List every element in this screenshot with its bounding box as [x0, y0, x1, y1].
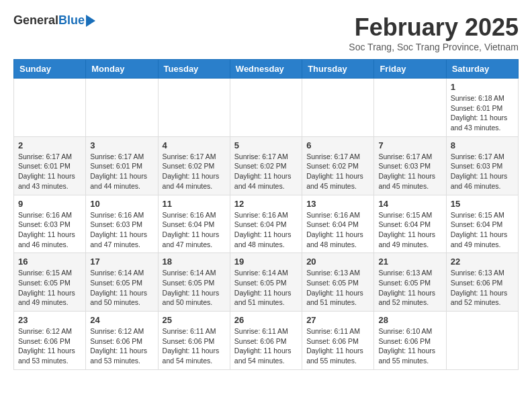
calendar-cell: 4Sunrise: 6:17 AM Sunset: 6:02 PM Daylig… — [158, 136, 230, 195]
day-number: 14 — [378, 199, 441, 209]
week-row-2: 2Sunrise: 6:17 AM Sunset: 6:01 PM Daylig… — [14, 136, 519, 195]
title-area: February 2025 Soc Trang, Soc Trang Provi… — [349, 13, 519, 52]
calendar-cell: 5Sunrise: 6:17 AM Sunset: 6:02 PM Daylig… — [230, 136, 302, 195]
week-row-5: 23Sunrise: 6:12 AM Sunset: 6:06 PM Dayli… — [14, 312, 519, 370]
weekday-header-friday: Friday — [374, 60, 446, 79]
calendar-cell: 28Sunrise: 6:10 AM Sunset: 6:06 PM Dayli… — [374, 312, 446, 370]
day-number: 27 — [306, 315, 369, 325]
day-info: Sunrise: 6:13 AM Sunset: 6:05 PM Dayligh… — [378, 268, 441, 308]
calendar-cell — [158, 79, 230, 137]
calendar-cell: 17Sunrise: 6:14 AM Sunset: 6:05 PM Dayli… — [86, 253, 158, 312]
calendar-cell: 20Sunrise: 6:13 AM Sunset: 6:05 PM Dayli… — [302, 253, 374, 312]
calendar-cell — [86, 79, 158, 137]
day-info: Sunrise: 6:12 AM Sunset: 6:06 PM Dayligh… — [18, 326, 81, 366]
weekday-header-wednesday: Wednesday — [230, 60, 302, 79]
day-info: Sunrise: 6:16 AM Sunset: 6:04 PM Dayligh… — [234, 210, 298, 250]
day-number: 25 — [163, 315, 226, 325]
day-info: Sunrise: 6:17 AM Sunset: 6:02 PM Dayligh… — [234, 152, 298, 191]
calendar-cell: 26Sunrise: 6:11 AM Sunset: 6:06 PM Dayli… — [230, 312, 302, 370]
calendar-cell: 22Sunrise: 6:13 AM Sunset: 6:06 PM Dayli… — [446, 253, 518, 312]
day-number: 4 — [163, 140, 226, 150]
day-info: Sunrise: 6:15 AM Sunset: 6:04 PM Dayligh… — [378, 210, 441, 250]
day-number: 8 — [451, 140, 514, 150]
day-number: 26 — [234, 315, 298, 325]
day-number: 13 — [306, 199, 369, 209]
calendar-cell: 8Sunrise: 6:17 AM Sunset: 6:03 PM Daylig… — [446, 136, 518, 195]
day-number: 24 — [90, 315, 153, 325]
calendar-cell: 27Sunrise: 6:11 AM Sunset: 6:06 PM Dayli… — [302, 312, 374, 370]
day-info: Sunrise: 6:17 AM Sunset: 6:03 PM Dayligh… — [451, 152, 514, 191]
calendar-cell: 25Sunrise: 6:11 AM Sunset: 6:06 PM Dayli… — [158, 312, 230, 370]
calendar-cell: 12Sunrise: 6:16 AM Sunset: 6:04 PM Dayli… — [230, 195, 302, 253]
day-number: 20 — [306, 257, 369, 267]
day-info: Sunrise: 6:16 AM Sunset: 6:04 PM Dayligh… — [306, 210, 369, 250]
month-title: February 2025 — [349, 13, 519, 42]
day-number: 5 — [234, 140, 298, 150]
calendar-cell: 2Sunrise: 6:17 AM Sunset: 6:01 PM Daylig… — [14, 136, 86, 195]
day-number: 9 — [18, 199, 81, 209]
logo-general-text: General — [13, 13, 58, 28]
day-number: 10 — [90, 199, 153, 209]
day-info: Sunrise: 6:14 AM Sunset: 6:05 PM Dayligh… — [90, 268, 153, 308]
day-info: Sunrise: 6:16 AM Sunset: 6:04 PM Dayligh… — [163, 210, 226, 250]
day-info: Sunrise: 6:15 AM Sunset: 6:05 PM Dayligh… — [18, 268, 81, 308]
day-info: Sunrise: 6:15 AM Sunset: 6:04 PM Dayligh… — [451, 210, 514, 250]
day-info: Sunrise: 6:14 AM Sunset: 6:05 PM Dayligh… — [234, 268, 298, 308]
calendar-cell: 21Sunrise: 6:13 AM Sunset: 6:05 PM Dayli… — [374, 253, 446, 312]
day-number: 19 — [234, 257, 298, 267]
day-info: Sunrise: 6:17 AM Sunset: 6:01 PM Dayligh… — [18, 152, 81, 191]
day-info: Sunrise: 6:17 AM Sunset: 6:01 PM Dayligh… — [90, 152, 153, 191]
day-info: Sunrise: 6:11 AM Sunset: 6:06 PM Dayligh… — [306, 326, 369, 366]
day-info: Sunrise: 6:17 AM Sunset: 6:02 PM Dayligh… — [306, 152, 369, 191]
calendar-cell: 10Sunrise: 6:16 AM Sunset: 6:03 PM Dayli… — [86, 195, 158, 253]
calendar-cell: 16Sunrise: 6:15 AM Sunset: 6:05 PM Dayli… — [14, 253, 86, 312]
weekday-header-saturday: Saturday — [446, 60, 518, 79]
logo: General Blue — [13, 13, 95, 28]
calendar-cell: 18Sunrise: 6:14 AM Sunset: 6:05 PM Dayli… — [158, 253, 230, 312]
calendar-cell — [302, 79, 374, 137]
calendar-table: SundayMondayTuesdayWednesdayThursdayFrid… — [13, 59, 519, 370]
day-number: 11 — [163, 199, 226, 209]
day-info: Sunrise: 6:11 AM Sunset: 6:06 PM Dayligh… — [163, 326, 226, 366]
calendar-cell: 19Sunrise: 6:14 AM Sunset: 6:05 PM Dayli… — [230, 253, 302, 312]
day-info: Sunrise: 6:14 AM Sunset: 6:05 PM Dayligh… — [163, 268, 226, 308]
calendar-cell: 1Sunrise: 6:18 AM Sunset: 6:01 PM Daylig… — [446, 79, 518, 137]
calendar-cell: 23Sunrise: 6:12 AM Sunset: 6:06 PM Dayli… — [14, 312, 86, 370]
calendar-cell: 15Sunrise: 6:15 AM Sunset: 6:04 PM Dayli… — [446, 195, 518, 253]
day-info: Sunrise: 6:17 AM Sunset: 6:02 PM Dayligh… — [163, 152, 226, 191]
day-number: 22 — [451, 257, 514, 267]
page-header: General Blue February 2025 Soc Trang, So… — [13, 13, 519, 52]
day-number: 28 — [378, 315, 441, 325]
day-info: Sunrise: 6:13 AM Sunset: 6:06 PM Dayligh… — [451, 268, 514, 308]
calendar-cell — [14, 79, 86, 137]
day-info: Sunrise: 6:16 AM Sunset: 6:03 PM Dayligh… — [90, 210, 153, 250]
day-number: 23 — [18, 315, 81, 325]
day-number: 12 — [234, 199, 298, 209]
logo-arrow-icon — [86, 15, 95, 27]
calendar-cell: 3Sunrise: 6:17 AM Sunset: 6:01 PM Daylig… — [86, 136, 158, 195]
day-number: 21 — [378, 257, 441, 267]
calendar-cell: 14Sunrise: 6:15 AM Sunset: 6:04 PM Dayli… — [374, 195, 446, 253]
weekday-header-row: SundayMondayTuesdayWednesdayThursdayFrid… — [14, 60, 519, 79]
day-number: 7 — [378, 140, 441, 150]
calendar-cell — [230, 79, 302, 137]
calendar-cell — [374, 79, 446, 137]
day-info: Sunrise: 6:12 AM Sunset: 6:06 PM Dayligh… — [90, 326, 153, 366]
day-number: 16 — [18, 257, 81, 267]
weekday-header-sunday: Sunday — [14, 60, 86, 79]
week-row-3: 9Sunrise: 6:16 AM Sunset: 6:03 PM Daylig… — [14, 195, 519, 253]
weekday-header-thursday: Thursday — [302, 60, 374, 79]
day-info: Sunrise: 6:17 AM Sunset: 6:03 PM Dayligh… — [378, 152, 441, 191]
calendar-cell: 24Sunrise: 6:12 AM Sunset: 6:06 PM Dayli… — [86, 312, 158, 370]
day-number: 15 — [451, 199, 514, 209]
logo-blue-text: Blue — [58, 13, 85, 28]
day-number: 17 — [90, 257, 153, 267]
calendar-cell: 9Sunrise: 6:16 AM Sunset: 6:03 PM Daylig… — [14, 195, 86, 253]
weekday-header-monday: Monday — [86, 60, 158, 79]
calendar-cell: 11Sunrise: 6:16 AM Sunset: 6:04 PM Dayli… — [158, 195, 230, 253]
calendar-cell: 6Sunrise: 6:17 AM Sunset: 6:02 PM Daylig… — [302, 136, 374, 195]
day-number: 6 — [306, 140, 369, 150]
day-number: 1 — [451, 82, 514, 92]
day-number: 3 — [90, 140, 153, 150]
day-info: Sunrise: 6:18 AM Sunset: 6:01 PM Dayligh… — [451, 93, 514, 133]
